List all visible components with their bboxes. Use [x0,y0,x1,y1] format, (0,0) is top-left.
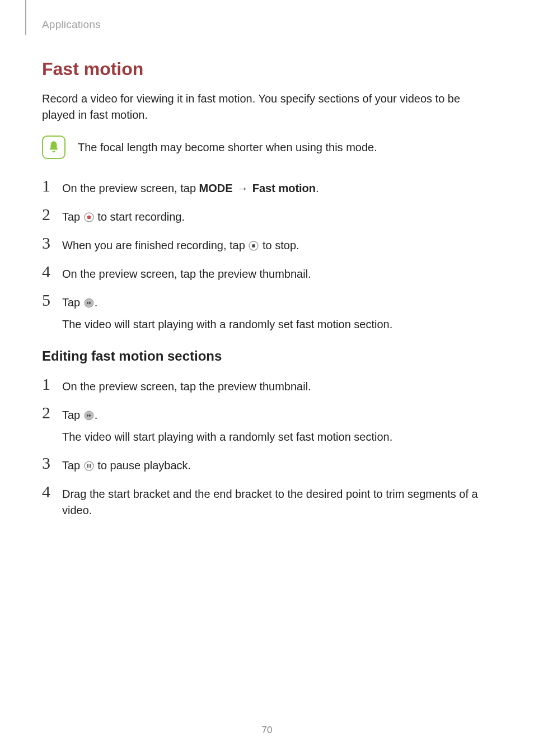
step-number: 4 [42,263,54,280]
pause-icon [84,461,94,471]
page-content: Fast motion Record a video for viewing i… [42,59,490,530]
step-item: 3 Tap to pause playback. [42,456,490,474]
step-number: 5 [42,292,54,309]
page-number: 70 [0,725,534,736]
section-title: Fast motion [42,59,490,80]
bell-icon [42,136,65,159]
step-number: 1 [42,376,54,393]
step-text: When you are finished recording, tap to … [62,236,490,254]
step-item: 4 Drag the start bracket and the end bra… [42,485,490,519]
step-subtext: The video will start playing with a rand… [62,316,490,333]
svg-point-1 [87,215,91,219]
steps-list-b: 1 On the preview screen, tap the preview… [42,377,490,519]
svg-point-8 [85,461,93,470]
step-number: 3 [42,235,54,251]
step-number: 1 [42,178,54,194]
svg-rect-3 [252,244,255,247]
step-text: Tap . The video will start playing with … [62,293,490,333]
step-number: 4 [42,483,54,500]
step-item: 4 On the preview screen, tap the preview… [42,265,490,282]
svg-rect-10 [90,464,91,468]
step-item: 3 When you are finished recording, tap t… [42,236,490,254]
step-text: Drag the start bracket and the end brack… [62,485,490,519]
breadcrumb: Applications [42,18,101,31]
intro-paragraph: Record a video for viewing it in fast mo… [42,91,490,123]
step-item: 1 On the preview screen, tap MODE → Fast… [42,179,490,197]
stop-icon [249,241,259,251]
step-text: On the preview screen, tap MODE → Fast m… [62,179,490,197]
steps-list-a: 1 On the preview screen, tap MODE → Fast… [42,179,490,333]
step-text: On the preview screen, tap the preview t… [62,265,490,282]
fast-motion-label: Fast motion [252,182,316,194]
play-speed-icon [84,298,94,308]
svg-rect-9 [87,464,88,468]
step-number: 2 [42,206,54,223]
note-text: The focal length may become shorter when… [78,139,377,156]
step-text: Tap to start recording. [62,208,490,225]
step-text: Tap to pause playback. [62,456,490,474]
step-text: On the preview screen, tap the preview t… [62,377,490,395]
note-callout: The focal length may become shorter when… [42,136,490,159]
step-item: 1 On the preview screen, tap the preview… [42,377,490,395]
record-icon [84,212,94,222]
header-rule [25,0,26,35]
subheading: Editing fast motion sections [42,348,490,364]
mode-label: MODE [199,182,233,194]
step-item: 5 Tap . The video will start playing wit… [42,293,490,333]
step-item: 2 Tap . The video will start playing wit… [42,406,490,445]
arrow-right-icon: → [234,182,251,194]
step-subtext: The video will start playing with a rand… [62,429,490,445]
play-speed-icon [84,410,94,421]
step-number: 2 [42,404,54,421]
step-item: 2 Tap to start recording. [42,208,490,225]
step-text: Tap . The video will start playing with … [62,406,490,445]
step-number: 3 [42,455,54,472]
